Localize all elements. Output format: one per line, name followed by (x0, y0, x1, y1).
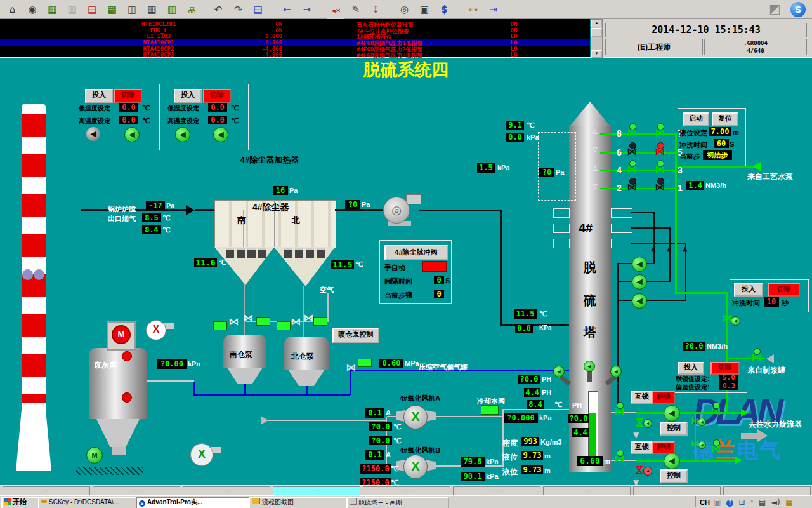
valve-icon[interactable]: ⋈ (303, 314, 313, 323)
scroll-up-button[interactable]: ▲ (591, 20, 602, 27)
cooling-valve-indicator[interactable] (481, 405, 499, 415)
motor-icon[interactable]: M (86, 447, 103, 464)
taskbar-item-paint[interactable]: 脱硫塔三 - 画图 (346, 497, 449, 508)
wash-start-button[interactable]: 启动 (683, 112, 709, 126)
logbook-icon[interactable]: ▤ (249, 2, 266, 18)
alarm-row[interactable]: HTE10CL201 ON 石灰石粉仓料位高报警 ON (0, 21, 590, 27)
cost-icon[interactable]: $ (436, 2, 453, 18)
flush-on-button[interactable]: 投入 (734, 283, 763, 297)
recirculation-pump-icon[interactable]: ◄ (632, 274, 647, 290)
pulse-valve-button[interactable]: 4#除尘脉冲阀 (384, 245, 448, 260)
group-display2-icon[interactable]: ▦ (63, 2, 81, 18)
tray-help-icon[interactable]: ? (726, 500, 733, 507)
interval-value[interactable]: 0 (434, 276, 444, 284)
interlock-button-2[interactable]: 互锁 (631, 441, 653, 454)
group-display-icon[interactable]: ▦ (44, 2, 61, 18)
recirculation-pump-icon[interactable]: ◄ (632, 257, 647, 272)
scroll-thumb[interactable] (591, 28, 602, 37)
screen-tab[interactable] (723, 486, 811, 495)
motor-icon[interactable]: M (112, 325, 131, 344)
login-key-icon[interactable]: ⊶ (465, 2, 482, 18)
pin-icon[interactable]: ↧ (367, 2, 384, 18)
screen-tab[interactable] (3, 486, 90, 495)
tray-expand-icon[interactable]: ˄ (750, 500, 754, 506)
vent-fan-icon[interactable]: X (146, 320, 166, 340)
tray-network-icon[interactable]: ▦ (785, 498, 792, 507)
tray-volume-icon[interactable]: ◄) (771, 498, 780, 507)
forward-icon[interactable]: → (298, 2, 315, 18)
valve-icon[interactable]: ⋈ (346, 363, 356, 372)
heater-b-status-icon[interactable]: ◄ (175, 127, 190, 142)
tray-monitor-icon[interactable]: ⊡ (739, 498, 745, 507)
alarm-mute-icon[interactable]: ◄✕ (327, 3, 344, 19)
unlock-button-2[interactable]: 解锁 (652, 441, 675, 454)
taskbar-item-sckey[interactable]: SCKey - D:\DCSDATA\... (38, 497, 138, 508)
tray-camera-icon[interactable]: ▣ (714, 498, 721, 507)
heater-a-run-icon[interactable]: ◄ (124, 127, 140, 142)
heater-b-run-icon[interactable]: ◄ (213, 127, 228, 142)
level-set-value[interactable]: 7.00 (709, 127, 731, 136)
screen-tab-active[interactable] (273, 486, 360, 495)
heater-a-off-button[interactable]: 切除 (114, 89, 142, 103)
heater-b-off-button[interactable]: 切除 (203, 89, 231, 103)
heater-a-low-value[interactable]: 0.0 (119, 103, 138, 112)
screen-tab[interactable] (453, 486, 540, 495)
screen-tab[interactable] (633, 486, 721, 495)
heater-b-on-button[interactable]: 投入 (174, 89, 202, 103)
oxidation-fan-b-icon[interactable]: X (403, 455, 428, 479)
heater-a-status-icon[interactable]: ◄ (86, 127, 100, 141)
report-icon[interactable]: ▤ (84, 2, 101, 18)
wash-time-value[interactable]: 60 (714, 139, 729, 148)
blower-fan-icon[interactable]: X (190, 443, 213, 466)
alarm-row[interactable]: FHK_L ON 7#斗位计高料位报警 ON (0, 27, 590, 33)
taskbar-item-folder[interactable]: 流程图截图 (249, 497, 349, 508)
valve-icon[interactable]: ⋈ (243, 314, 253, 323)
print-icon[interactable]: ▣ (416, 2, 433, 18)
tray-notes-icon[interactable]: ▤ (759, 498, 766, 507)
screen-tab[interactable] (543, 486, 631, 495)
alarm-row-selected[interactable]: HTA410CP1 0.000 #4FGD原烟气压力1低报警 LO (0, 39, 590, 46)
screen-tab[interactable] (363, 486, 450, 495)
pump-icon[interactable]: ◄ (664, 405, 680, 422)
undo-icon[interactable]: ↶ (210, 2, 227, 18)
heater-a-high-value[interactable]: 0.0 (119, 116, 138, 124)
valve-icon[interactable]: ⋈ (291, 318, 301, 326)
back-icon[interactable]: ← (278, 2, 296, 18)
alarm-row[interactable]: HTA410CP3 -4.000 #4FGD原烟气压力3低报警 LO (0, 51, 590, 57)
scroll-down-button[interactable]: ▼ (591, 50, 602, 58)
network-tree-icon[interactable]: 品 (183, 3, 200, 18)
deviation-set-value[interactable]: 0.3 (719, 382, 738, 390)
overview-icon[interactable]: ◉ (23, 2, 41, 18)
trend-chart-icon[interactable]: ▩ (103, 2, 121, 18)
flush-off-button[interactable]: 切除 (768, 283, 800, 297)
edit-note-icon[interactable]: ✎ (347, 2, 364, 18)
interlock-off-button[interactable]: 切除 (710, 362, 740, 375)
interlock-button-1[interactable]: 互锁 (631, 391, 653, 404)
recirculation-pump-icon[interactable]: ◄ (632, 293, 647, 309)
taskbar-item-advantrol[interactable]: SAdvanTrol-Pro实... (136, 497, 251, 508)
exit-icon[interactable]: ⇥ (485, 2, 502, 18)
manual-auto-indicator[interactable] (422, 261, 447, 272)
redo-icon[interactable]: ↷ (230, 2, 247, 18)
user-box[interactable]: (E)工程师 (605, 39, 703, 55)
drain-valve-icon[interactable]: ⋈ (635, 417, 644, 427)
heater-a-on-button[interactable]: 投入 (85, 89, 113, 103)
bar-view-icon[interactable]: ▥ (164, 2, 181, 18)
oxidation-fan-a-icon[interactable]: X (403, 405, 428, 429)
valve-icon[interactable]: ⋈ (228, 318, 239, 326)
unlock-button-1[interactable]: 解锁 (652, 391, 675, 404)
screen-tab[interactable] (93, 486, 180, 495)
heater-b-low-value[interactable]: 0.0 (208, 103, 227, 112)
pump-icon[interactable]: ◄ (664, 453, 680, 469)
language-indicator[interactable]: CH (700, 498, 710, 506)
data-list-icon[interactable]: ◫ (124, 2, 141, 18)
start-button[interactable]: 开始 (1, 497, 41, 508)
drain-valve-icon[interactable]: ⋈ (635, 465, 644, 475)
flush-time-value[interactable]: 10 (764, 297, 779, 307)
control-button-2[interactable]: 控制 (660, 469, 688, 483)
screen-tab[interactable] (183, 486, 270, 495)
wash-reset-button[interactable]: 复位 (712, 112, 738, 126)
heater-b-high-value[interactable]: 0.0 (208, 116, 227, 124)
control-button-1[interactable]: 控制 (660, 422, 688, 436)
find-icon[interactable]: ◎ (396, 2, 413, 18)
